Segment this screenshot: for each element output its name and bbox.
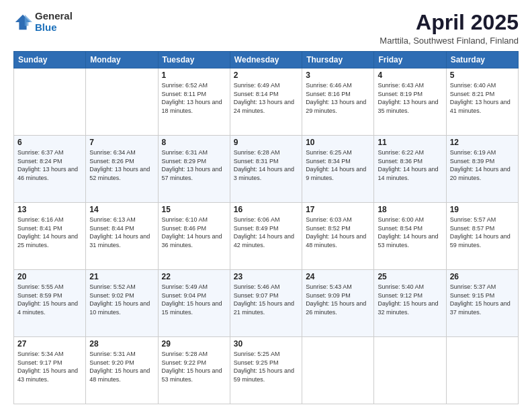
col-saturday: Saturday <box>446 52 518 68</box>
day-number: 1 <box>162 71 226 80</box>
cell-info: Sunrise: 5:43 AMSunset: 9:09 PMDaylight:… <box>306 283 366 316</box>
table-row: 16 Sunrise: 6:06 AMSunset: 8:49 PMDaylig… <box>230 203 302 270</box>
table-row: 28 Sunrise: 5:31 AMSunset: 9:20 PMDaylig… <box>86 337 158 404</box>
cell-info: Sunrise: 6:28 AMSunset: 8:31 PMDaylight:… <box>234 149 294 181</box>
cell-info: Sunrise: 6:13 AMSunset: 8:44 PMDaylight:… <box>89 216 150 248</box>
cell-info: Sunrise: 6:40 AMSunset: 8:21 PMDaylight:… <box>450 82 511 114</box>
cell-info: Sunrise: 6:49 AMSunset: 8:14 PMDaylight:… <box>234 82 294 114</box>
day-number: 17 <box>306 205 370 214</box>
week-row-2: 6 Sunrise: 6:37 AMSunset: 8:24 PMDayligh… <box>14 136 519 203</box>
table-row <box>374 337 446 404</box>
table-row: 23 Sunrise: 5:46 AMSunset: 9:07 PMDaylig… <box>230 270 302 337</box>
cell-info: Sunrise: 5:31 AMSunset: 9:20 PMDaylight:… <box>89 351 150 383</box>
week-row-4: 20 Sunrise: 5:55 AMSunset: 8:59 PMDaylig… <box>14 270 519 337</box>
cell-info: Sunrise: 6:34 AMSunset: 8:26 PMDaylight:… <box>89 149 150 181</box>
table-row: 7 Sunrise: 6:34 AMSunset: 8:26 PMDayligh… <box>86 136 158 203</box>
table-row: 8 Sunrise: 6:31 AMSunset: 8:29 PMDayligh… <box>158 136 230 203</box>
table-row: 4 Sunrise: 6:43 AMSunset: 8:19 PMDayligh… <box>374 68 446 136</box>
table-row: 19 Sunrise: 5:57 AMSunset: 8:57 PMDaylig… <box>446 203 518 270</box>
col-tuesday: Tuesday <box>158 52 230 68</box>
table-row: 20 Sunrise: 5:55 AMSunset: 8:59 PMDaylig… <box>14 270 86 337</box>
table-row <box>446 337 518 404</box>
day-number: 12 <box>450 138 515 147</box>
table-row: 5 Sunrise: 6:40 AMSunset: 8:21 PMDayligh… <box>446 68 518 136</box>
col-wednesday: Wednesday <box>230 52 302 68</box>
logo-text: General Blue <box>35 11 73 33</box>
logo-general-text: General <box>35 11 73 22</box>
day-number: 19 <box>450 205 515 214</box>
week-row-1: 1 Sunrise: 6:52 AMSunset: 8:11 PMDayligh… <box>14 68 519 136</box>
table-row: 26 Sunrise: 5:37 AMSunset: 9:15 PMDaylig… <box>446 270 518 337</box>
day-number: 23 <box>234 272 298 281</box>
day-number: 10 <box>306 138 370 147</box>
table-row: 17 Sunrise: 6:03 AMSunset: 8:52 PMDaylig… <box>302 203 374 270</box>
cell-info: Sunrise: 5:40 AMSunset: 9:12 PMDaylight:… <box>378 283 438 316</box>
day-number: 30 <box>234 339 298 349</box>
cell-info: Sunrise: 5:37 AMSunset: 9:15 PMDaylight:… <box>450 283 511 316</box>
cell-info: Sunrise: 6:00 AMSunset: 8:54 PMDaylight:… <box>378 216 438 248</box>
day-number: 7 <box>89 138 154 147</box>
cell-info: Sunrise: 6:03 AMSunset: 8:52 PMDaylight:… <box>306 216 366 248</box>
table-row: 11 Sunrise: 6:22 AMSunset: 8:36 PMDaylig… <box>374 136 446 203</box>
cell-info: Sunrise: 6:31 AMSunset: 8:29 PMDaylight:… <box>162 149 222 181</box>
table-row: 21 Sunrise: 5:52 AMSunset: 9:02 PMDaylig… <box>86 270 158 337</box>
table-row: 3 Sunrise: 6:46 AMSunset: 8:16 PMDayligh… <box>302 68 374 136</box>
svg-marker-1 <box>25 14 32 26</box>
calendar-header-row: Sunday Monday Tuesday Wednesday Thursday… <box>14 52 519 68</box>
col-monday: Monday <box>86 52 158 68</box>
cell-info: Sunrise: 5:52 AMSunset: 9:02 PMDaylight:… <box>89 283 150 316</box>
cell-info: Sunrise: 5:46 AMSunset: 9:07 PMDaylight:… <box>234 283 294 316</box>
table-row: 25 Sunrise: 5:40 AMSunset: 9:12 PMDaylig… <box>374 270 446 337</box>
day-number: 6 <box>17 138 82 147</box>
month-title: April 2025 <box>380 11 519 34</box>
day-number: 28 <box>89 339 154 349</box>
cell-info: Sunrise: 5:55 AMSunset: 8:59 PMDaylight:… <box>17 283 78 316</box>
table-row: 2 Sunrise: 6:49 AMSunset: 8:14 PMDayligh… <box>230 68 302 136</box>
table-row <box>14 68 86 136</box>
table-row: 24 Sunrise: 5:43 AMSunset: 9:09 PMDaylig… <box>302 270 374 337</box>
day-number: 11 <box>378 138 442 147</box>
cell-info: Sunrise: 6:10 AMSunset: 8:46 PMDaylight:… <box>162 216 222 248</box>
day-number: 22 <box>162 272 226 281</box>
location-subtitle: Marttila, Southwest Finland, Finland <box>380 36 519 46</box>
day-number: 14 <box>89 205 154 214</box>
table-row: 12 Sunrise: 6:19 AMSunset: 8:39 PMDaylig… <box>446 136 518 203</box>
cell-info: Sunrise: 6:06 AMSunset: 8:49 PMDaylight:… <box>234 216 294 248</box>
cell-info: Sunrise: 6:37 AMSunset: 8:24 PMDaylight:… <box>17 149 78 181</box>
col-thursday: Thursday <box>302 52 374 68</box>
table-row <box>302 337 374 404</box>
cell-info: Sunrise: 5:57 AMSunset: 8:57 PMDaylight:… <box>450 216 511 248</box>
table-row <box>86 68 158 136</box>
table-row: 10 Sunrise: 6:25 AMSunset: 8:34 PMDaylig… <box>302 136 374 203</box>
cell-info: Sunrise: 6:46 AMSunset: 8:16 PMDaylight:… <box>306 82 366 114</box>
table-row: 18 Sunrise: 6:00 AMSunset: 8:54 PMDaylig… <box>374 203 446 270</box>
logo-blue-text: Blue <box>35 22 73 34</box>
cell-info: Sunrise: 6:43 AMSunset: 8:19 PMDaylight:… <box>378 82 438 114</box>
day-number: 2 <box>234 71 298 80</box>
day-number: 27 <box>17 339 82 349</box>
day-number: 5 <box>450 71 515 80</box>
table-row: 9 Sunrise: 6:28 AMSunset: 8:31 PMDayligh… <box>230 136 302 203</box>
logo: General Blue <box>13 11 73 33</box>
cell-info: Sunrise: 5:34 AMSunset: 9:17 PMDaylight:… <box>17 351 78 383</box>
cell-info: Sunrise: 5:49 AMSunset: 9:04 PMDaylight:… <box>162 283 222 316</box>
cell-info: Sunrise: 6:22 AMSunset: 8:36 PMDaylight:… <box>378 149 438 181</box>
day-number: 18 <box>378 205 442 214</box>
table-row: 14 Sunrise: 6:13 AMSunset: 8:44 PMDaylig… <box>86 203 158 270</box>
table-row: 13 Sunrise: 6:16 AMSunset: 8:41 PMDaylig… <box>14 203 86 270</box>
week-row-5: 27 Sunrise: 5:34 AMSunset: 9:17 PMDaylig… <box>14 337 519 404</box>
page: General Blue April 2025 Marttila, Southw… <box>0 0 532 411</box>
table-row: 27 Sunrise: 5:34 AMSunset: 9:17 PMDaylig… <box>14 337 86 404</box>
day-number: 24 <box>306 272 370 281</box>
calendar-table: Sunday Monday Tuesday Wednesday Thursday… <box>13 51 519 404</box>
table-row: 1 Sunrise: 6:52 AMSunset: 8:11 PMDayligh… <box>158 68 230 136</box>
table-row: 29 Sunrise: 5:28 AMSunset: 9:22 PMDaylig… <box>158 337 230 404</box>
logo-icon <box>13 13 32 32</box>
day-number: 26 <box>450 272 515 281</box>
day-number: 8 <box>162 138 226 147</box>
cell-info: Sunrise: 6:25 AMSunset: 8:34 PMDaylight:… <box>306 149 366 181</box>
day-number: 9 <box>234 138 298 147</box>
col-sunday: Sunday <box>14 52 86 68</box>
week-row-3: 13 Sunrise: 6:16 AMSunset: 8:41 PMDaylig… <box>14 203 519 270</box>
cell-info: Sunrise: 6:52 AMSunset: 8:11 PMDaylight:… <box>162 82 222 114</box>
